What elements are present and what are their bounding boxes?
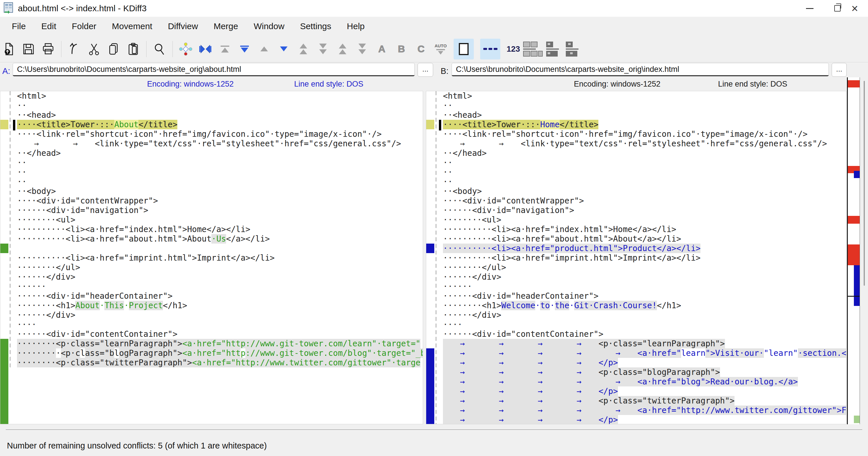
- menu-item-diffview[interactable]: Diffview: [160, 21, 206, 31]
- scrollbar-thumb[interactable]: [864, 81, 865, 286]
- go-to-prev-conflict-button[interactable]: [297, 39, 310, 59]
- auto-advance-button[interactable]: AUTO: [434, 39, 447, 59]
- overview-mark: [848, 245, 860, 265]
- diff-pane-b[interactable]: <html>····<head>····<title>Tower·::·Home…: [426, 91, 846, 424]
- code-line: →→→→→<a·href="http://www.twitter.com/git…: [443, 405, 846, 415]
- menu-item-movement[interactable]: Movement: [104, 21, 160, 31]
- code-line: ······<div·id="contentContainer">: [17, 329, 423, 339]
- first-delta-icon: [221, 46, 229, 53]
- code-line: ··: [17, 101, 423, 110]
- code-line: ··</head>: [17, 148, 423, 158]
- view-a-output-icon: [546, 41, 559, 57]
- show-line-numbers-button[interactable]: 123: [507, 39, 520, 59]
- toolbar-separator: [61, 41, 61, 57]
- panel-a-header: A: ... Encoding: windows-1252 Line end s…: [0, 62, 438, 91]
- code-line: →→→→→<a·href="learn">Visit·our·"learn"·s…: [443, 348, 846, 358]
- copy-button[interactable]: [107, 39, 120, 59]
- vertical-scrollbar[interactable]: [861, 69, 868, 456]
- panel-a-encoding: Encoding: windows-1252: [147, 80, 234, 89]
- menu-item-settings[interactable]: Settings: [292, 21, 339, 31]
- code-line: ······</div>: [443, 272, 846, 282]
- kdiff3-window: about.html <-> index.html - KDiff3 × Fil…: [0, 0, 868, 456]
- close-button[interactable]: ×: [841, 0, 868, 17]
- menu-item-merge[interactable]: Merge: [206, 21, 246, 31]
- undo-button[interactable]: [68, 39, 81, 59]
- code-line: ····<title>Tower·::·Home</title>: [443, 120, 846, 129]
- view-b-output-icon: [566, 41, 579, 57]
- code-line: [17, 244, 423, 253]
- prev-delta-icon: [260, 47, 268, 51]
- line-numbers-label: 123: [507, 45, 520, 54]
- code-line: ··<body>: [17, 187, 423, 196]
- code-line: ··: [443, 101, 846, 110]
- print-button[interactable]: [41, 39, 55, 59]
- window-title: about.html <-> index.html - KDiff3: [18, 3, 147, 13]
- go-to-prev-unsolved-conflict-button[interactable]: [336, 39, 349, 59]
- code-line: →→→→<p·class="learnParagraph">: [443, 339, 846, 348]
- code-line: ········</ul>: [443, 263, 846, 272]
- code-line: ··: [17, 158, 423, 167]
- code-line: ······</div>: [17, 310, 423, 320]
- select-line-a-button[interactable]: A: [375, 39, 389, 59]
- code-line: ········<ul>: [17, 215, 423, 225]
- code-line: ··········<li><a·href="product.html">Pro…: [443, 244, 846, 253]
- whitespace-icon: [459, 43, 469, 55]
- code-line: ··: [17, 167, 423, 177]
- menu-item-edit[interactable]: Edit: [33, 21, 64, 31]
- overview-mark: [848, 216, 860, 224]
- code-line: ··········<li><a·href="imprint.html">Imp…: [17, 253, 423, 263]
- menu-item-help[interactable]: Help: [339, 21, 373, 31]
- code-line: ··<head>: [443, 110, 846, 120]
- cut-button[interactable]: [87, 39, 101, 59]
- go-to-next-delta-button[interactable]: [277, 39, 290, 59]
- go-to-next-conflict-button[interactable]: [316, 39, 330, 59]
- menu-item-file[interactable]: File: [4, 21, 33, 31]
- diff-pane-a[interactable]: <html>····<head>····<title>Tower·::·Abou…: [0, 91, 423, 424]
- code-line: ··: [443, 177, 846, 187]
- code-line: →→<link·type="text/css"·rel="stylesheet"…: [17, 139, 423, 148]
- menu-item-window[interactable]: Window: [246, 21, 292, 31]
- status-divider: [6, 429, 862, 431]
- panel-b-browse-button[interactable]: ...: [832, 63, 847, 77]
- go-to-first-delta-button[interactable]: [218, 39, 231, 59]
- app-icon: [3, 2, 15, 15]
- find-button[interactable]: [153, 39, 166, 59]
- code-line: ······: [443, 282, 846, 291]
- view-a-vs-output-button[interactable]: [546, 39, 559, 59]
- code-line: →→→→→<a·href="blog">Read·our·blog.</a>: [443, 377, 846, 387]
- menu-item-folder[interactable]: Folder: [64, 21, 104, 31]
- minimize-button[interactable]: [797, 0, 823, 17]
- show-whitespace-characters-button[interactable]: [480, 39, 500, 59]
- panel-a-path-input[interactable]: [13, 63, 415, 76]
- code-line: →→→→<p·class="blogParagraph">: [443, 367, 846, 377]
- code-line: ··········<li><a·href="index.html">Home<…: [443, 225, 846, 234]
- next-delta-icon: [280, 47, 287, 51]
- code-line: ····<link·rel="shortcut·icon"·href="img/…: [443, 129, 846, 139]
- code-line: →→→→<p·class="twitterParagraph">: [443, 396, 846, 405]
- panel-b-path-input[interactable]: [452, 63, 829, 76]
- code-line: ········</ul>: [17, 263, 423, 272]
- open-button[interactable]: [2, 39, 16, 59]
- show-whitespace-button[interactable]: [454, 39, 474, 59]
- view-b-vs-output-button[interactable]: [565, 39, 579, 59]
- panel-b-label: B:: [441, 66, 448, 76]
- code-line: ····<div·id="contentWrapper">: [17, 196, 423, 205]
- select-line-b-button[interactable]: B: [395, 39, 408, 59]
- next-unsolved-conflict-icon: [359, 44, 366, 54]
- overview-visible-range-frame: [848, 296, 860, 297]
- minimize-icon: [806, 8, 813, 9]
- save-button[interactable]: [22, 39, 35, 59]
- go-to-last-delta-button[interactable]: [238, 39, 251, 59]
- panel-a-browse-button[interactable]: ...: [417, 63, 433, 77]
- go-to-prev-delta-button[interactable]: [257, 39, 271, 59]
- diff-bowtie-button[interactable]: [199, 39, 212, 59]
- go-to-next-unsolved-conflict-button[interactable]: [355, 39, 369, 59]
- split-view-button[interactable]: [526, 39, 539, 59]
- go-to-current-delta-button[interactable]: [179, 39, 192, 59]
- select-line-c-button[interactable]: C: [414, 39, 428, 59]
- paste-button[interactable]: [127, 39, 140, 59]
- code-line: ··········<li><a·href="index.html">Home<…: [17, 225, 423, 234]
- diff-overview-column[interactable]: [847, 77, 860, 424]
- code-line: ··: [443, 158, 846, 167]
- code-line: ········<h1>Welcome·to·the·Git·Crash·Cou…: [443, 301, 846, 310]
